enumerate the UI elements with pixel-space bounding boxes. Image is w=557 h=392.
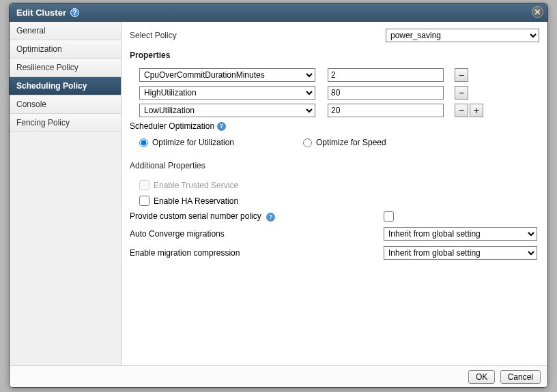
radio-optimize-speed-label: Optimize for Speed (316, 138, 386, 147)
enable-trusted-label: Enable Trusted Service (154, 181, 238, 190)
cancel-button[interactable]: Cancel (500, 370, 541, 384)
property-name-dropdown-1[interactable]: HighUtilization (139, 86, 315, 100)
enable-trusted-row: Enable Trusted Service (139, 180, 539, 190)
property-value-input-2[interactable] (328, 104, 444, 117)
select-policy-dropdown[interactable]: power_saving (386, 29, 539, 42)
help-icon[interactable]: ? (70, 8, 79, 17)
property-value-input-1[interactable] (328, 86, 444, 100)
property-row-2: LowUtilization − + (139, 104, 539, 117)
remove-property-button-1[interactable]: − (455, 86, 468, 100)
help-icon[interactable]: ? (266, 213, 275, 222)
edit-cluster-dialog: Edit Cluster ? General Optimization Resi… (9, 3, 548, 388)
help-icon[interactable]: ? (217, 122, 226, 131)
dialog-title: Edit Cluster (16, 7, 66, 18)
dialog-header: Edit Cluster ? (10, 3, 547, 22)
sidebar-item-scheduling-policy[interactable]: Scheduling Policy (10, 77, 121, 95)
property-row-1: HighUtilization − (139, 86, 539, 100)
enable-ha-label: Enable HA Reservation (154, 196, 238, 206)
enable-ha-checkbox[interactable] (139, 196, 149, 206)
serial-number-checkbox[interactable] (384, 211, 394, 222)
additional-properties-title: Additional Properties (130, 161, 539, 170)
property-row-0: CpuOverCommitDurationMinutes − (139, 68, 539, 82)
properties-title: Properties (130, 50, 539, 60)
auto-converge-dropdown[interactable]: Inherit from global setting (384, 227, 537, 241)
radio-optimize-utilization-input[interactable] (139, 138, 148, 147)
close-icon[interactable] (532, 6, 543, 18)
select-policy-label: Select Policy (130, 31, 253, 40)
ok-button[interactable]: OK (468, 370, 495, 384)
scheduler-optimization-group: Optimize for Utilization Optimize for Sp… (139, 138, 539, 147)
radio-optimize-utilization-label: Optimize for Utilization (152, 138, 234, 147)
content-pane: Select Policy power_saving Properties Cp… (122, 22, 547, 365)
enable-trusted-checkbox (139, 180, 149, 190)
sidebar-item-resilience-policy[interactable]: Resilience Policy (10, 59, 121, 77)
property-name-dropdown-0[interactable]: CpuOverCommitDurationMinutes (139, 68, 315, 82)
auto-converge-row: Auto Converge migrations Inherit from gl… (130, 227, 539, 241)
sidebar-item-fencing-policy[interactable]: Fencing Policy (10, 114, 121, 132)
serial-number-label: Provide custom serial number policy ? (130, 211, 384, 222)
auto-converge-label: Auto Converge migrations (130, 229, 384, 239)
sidebar: General Optimization Resilience Policy S… (10, 22, 122, 365)
radio-optimize-speed[interactable]: Optimize for Speed (303, 138, 467, 147)
sidebar-item-console[interactable]: Console (10, 95, 121, 114)
sidebar-item-optimization[interactable]: Optimization (10, 40, 121, 59)
dialog-footer: OK Cancel (10, 365, 547, 388)
add-property-button[interactable]: + (470, 104, 483, 117)
migration-compression-dropdown[interactable]: Inherit from global setting (384, 246, 537, 260)
migration-compression-label: Enable migration compression (130, 248, 384, 258)
property-value-input-0[interactable] (328, 68, 444, 82)
migration-compression-row: Enable migration compression Inherit fro… (130, 246, 539, 260)
property-name-dropdown-2[interactable]: LowUtilization (139, 104, 315, 117)
remove-property-button-2[interactable]: − (455, 104, 468, 117)
select-policy-row: Select Policy power_saving (130, 29, 539, 42)
dialog-body: General Optimization Resilience Policy S… (10, 22, 547, 365)
radio-optimize-utilization[interactable]: Optimize for Utilization (139, 138, 303, 147)
scheduler-optimization-label: Scheduler Optimization (130, 121, 214, 131)
serial-number-row: Provide custom serial number policy ? (130, 211, 539, 222)
radio-optimize-speed-input[interactable] (303, 138, 312, 147)
remove-property-button-0[interactable]: − (455, 68, 468, 82)
enable-ha-row: Enable HA Reservation (139, 196, 539, 206)
sidebar-item-general[interactable]: General (10, 22, 121, 40)
